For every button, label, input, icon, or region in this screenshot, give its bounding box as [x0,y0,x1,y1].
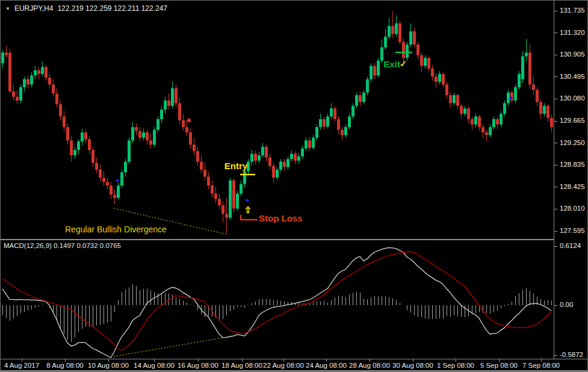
candle-body [420,55,423,66]
candle-body [250,153,253,161]
candle-body [70,140,73,155]
candle-body [77,141,80,150]
panel-separator[interactable] [1,239,588,240]
candle-body [106,182,109,185]
candle-body [514,87,517,101]
candle-body [55,94,58,105]
divergence-label: Regular Bullish Divergence [65,225,167,234]
candle-body [63,117,66,128]
price-chart-canvas[interactable]: EntryStop Loss⇧Exit✓Regular Bullish Dive… [1,1,554,240]
candle-body [507,93,510,104]
candle-body [124,162,127,173]
candle-body [52,84,55,93]
price-axis-label: 131.320 [560,29,585,36]
candle-body [131,127,134,140]
candle-body [463,108,466,114]
candle-body [333,108,336,119]
candle-body [120,172,123,185]
candle-body [160,110,163,119]
candle-body [196,151,199,162]
candle-body [395,23,398,34]
red-dot [187,119,191,122]
candle-body [442,74,445,85]
time-axis-label: 16 Aug 08:00 [178,362,218,369]
candle-body [110,185,113,194]
candle-body [182,120,185,128]
candle-body [272,166,275,178]
candle-body [344,127,347,135]
candle-body [496,119,499,125]
mt4-chart-window: EntryStop Loss⇧Exit✓Regular Bullish Dive… [0,0,588,372]
candle-body [341,130,344,135]
candle-body [95,163,98,170]
candle-body [265,147,268,158]
price-axis-label: 130.080 [560,95,585,102]
candle-body [243,172,246,184]
candle-body [416,45,419,55]
candle-body [503,103,506,114]
candle-body [66,127,69,140]
candle-body [229,181,232,218]
candle-body [467,108,470,119]
price-axis-tick [554,33,557,33]
candle-body [37,70,40,74]
time-axis[interactable]: 4 Aug 20178 Aug 08:0010 Aug 08:0014 Aug … [1,359,588,370]
candle-body [99,170,102,178]
time-axis-label: 24 Aug 08:00 [306,362,347,369]
candle-body [359,95,362,102]
candle-body [283,162,286,167]
candle-body [178,103,181,120]
candle-body [23,79,26,87]
candle-body [384,37,387,48]
price-axis-label: 128.010 [560,205,585,212]
candle-body [312,138,315,148]
candle-body [362,93,365,102]
candle-body [492,119,495,127]
price-axis[interactable]: 131.735131.320130.905130.495130.080129.6… [554,1,588,359]
time-axis-label: 18 Aug 08:00 [221,362,262,369]
candle-body [45,67,48,78]
quote-values: 122.219 122.259 122.211 122.247 [57,4,167,13]
macd-axis-label: 0.00 [560,301,573,308]
candle-body [117,185,120,197]
candle-body [460,106,463,114]
candle-body [59,104,62,116]
candle-body [8,52,11,91]
blue-dot [510,97,513,100]
price-axis-tick [554,76,557,77]
candle-body [478,117,481,128]
stoploss-label: Stop Loss [259,213,303,223]
symbol-period-label: EURJPY,H4 [14,4,53,13]
candle-body [539,102,542,114]
candle-body [373,66,376,76]
price-axis-tick [554,121,557,122]
candle-body [290,153,293,159]
chart-title: ▼ EURJPY,H4 122.219 122.259 122.211 122.… [5,4,167,13]
candle-body [142,132,145,138]
macd-indicator-canvas[interactable] [1,240,554,359]
candle-body [171,88,174,106]
candle-body [532,84,535,90]
candle-body [546,106,549,118]
stoploss-line [241,215,258,220]
candle-body [409,31,412,45]
candle-body [402,42,405,58]
candle-body [370,66,373,79]
price-axis-label: 128.835 [560,161,585,168]
candle-body [48,78,51,85]
candle-body [30,75,33,84]
candle-body [276,170,279,178]
candle-body [543,106,546,114]
time-axis-label: 10 Aug 08:00 [88,362,129,369]
price-axis-label: 131.735 [560,7,585,14]
candle-body [297,157,300,161]
candle-body [218,199,221,206]
candle-body [1,52,4,63]
candle-body [449,95,452,103]
macd-axis-label: -0.5872 [560,351,583,358]
candle-body [214,194,217,199]
time-axis-label: 30 Aug 08:00 [392,362,433,369]
price-axis-label: 129.250 [560,139,585,146]
price-axis-label: 127.595 [560,227,585,234]
candle-body [366,79,369,93]
